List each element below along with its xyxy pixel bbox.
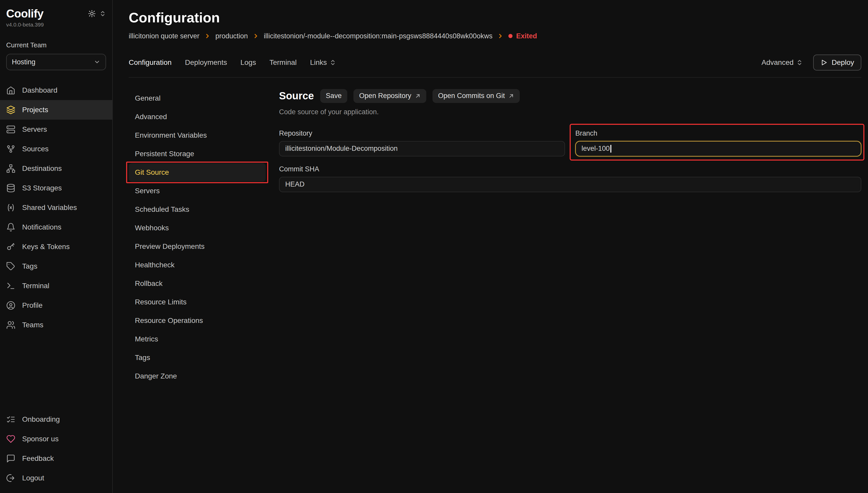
chevron-down-icon bbox=[94, 59, 100, 65]
tab-logs[interactable]: Logs bbox=[240, 59, 256, 67]
page-title: Configuration bbox=[129, 9, 861, 26]
form-fields: Repository Branch level-100 Commit SHA bbox=[279, 129, 861, 192]
subnav-item-preview-deployments[interactable]: Preview Deployments bbox=[129, 237, 266, 256]
branch-input-value: level-100 bbox=[581, 145, 610, 153]
chevron-right-icon bbox=[204, 33, 211, 39]
sidebar-item-teams[interactable]: Teams bbox=[0, 315, 112, 335]
subnav-item-general[interactable]: General bbox=[129, 89, 266, 108]
bell-icon bbox=[6, 222, 16, 232]
sidebar-item-logout[interactable]: Logout bbox=[0, 468, 112, 488]
sidebar-item-label: Tags bbox=[22, 262, 37, 271]
subnav-item-environment-variables[interactable]: Environment Variables bbox=[129, 126, 266, 145]
subnav-item-webhooks[interactable]: Webhooks bbox=[129, 219, 266, 237]
branch-label: Branch bbox=[575, 129, 861, 137]
chevrons-up-down-icon[interactable] bbox=[99, 10, 106, 17]
sidebar-item-shared-variables[interactable]: Shared Variables bbox=[0, 198, 112, 217]
section-title: Source bbox=[279, 90, 314, 102]
key-icon bbox=[6, 242, 16, 251]
tab-links[interactable]: Links bbox=[310, 59, 336, 67]
chevrons-up-down-icon bbox=[796, 59, 803, 66]
heart-icon bbox=[6, 434, 16, 444]
status-badge: Exited bbox=[508, 32, 537, 40]
sidebar-item-label: Teams bbox=[22, 321, 43, 329]
sidebar-item-label: S3 Storages bbox=[22, 184, 62, 192]
branch-input[interactable]: level-100 bbox=[575, 141, 861, 156]
sidebar-item-keys-tokens[interactable]: Keys & Tokens bbox=[0, 237, 112, 257]
sidebar-item-tags[interactable]: Tags bbox=[0, 257, 112, 276]
sidebar-item-terminal[interactable]: Terminal bbox=[0, 276, 112, 296]
breadcrumb-environment[interactable]: production bbox=[215, 32, 248, 40]
status-text: Exited bbox=[516, 32, 537, 40]
tabs-row: Configuration Deployments Logs Terminal … bbox=[129, 55, 861, 78]
tab-deployments[interactable]: Deployments bbox=[185, 59, 227, 67]
subnav-item-tags[interactable]: Tags bbox=[129, 348, 266, 367]
tab-configuration[interactable]: Configuration bbox=[129, 59, 172, 67]
subnav-item-resource-limits[interactable]: Resource Limits bbox=[129, 293, 266, 311]
sidebar-item-label: Destinations bbox=[22, 165, 62, 173]
sidebar-item-label: Terminal bbox=[22, 282, 49, 290]
sidebar-item-profile[interactable]: Profile bbox=[0, 296, 112, 315]
subnav-item-git-source[interactable]: Git Source bbox=[129, 163, 266, 182]
sidebar-item-projects[interactable]: Projects bbox=[0, 100, 112, 120]
sidebar-item-sponsor[interactable]: Sponsor us bbox=[0, 429, 112, 449]
subnav-item-advanced[interactable]: Advanced bbox=[129, 108, 266, 126]
sidebar-item-label: Dashboard bbox=[22, 86, 57, 94]
breadcrumb: illicitonion quote server production ill… bbox=[129, 32, 861, 40]
sidebar-item-label: Sources bbox=[22, 145, 49, 153]
sidebar-item-label: Feedback bbox=[22, 454, 54, 463]
subnav-item-scheduled-tasks[interactable]: Scheduled Tasks bbox=[129, 200, 266, 219]
sidebar-item-destinations[interactable]: Destinations bbox=[0, 159, 112, 178]
sidebar-item-sources[interactable]: Sources bbox=[0, 139, 112, 159]
message-square-icon bbox=[6, 454, 16, 463]
sidebar-item-label: Onboarding bbox=[22, 415, 60, 424]
play-icon bbox=[820, 59, 828, 66]
open-commits-button[interactable]: Open Commits on Git bbox=[432, 89, 520, 103]
sidebar-item-label: Logout bbox=[22, 474, 44, 482]
subnav-item-persistent-storage[interactable]: Persistent Storage bbox=[129, 145, 266, 163]
arrow-up-right-icon bbox=[415, 93, 421, 99]
tabs-actions: Advanced Deploy bbox=[761, 55, 861, 70]
commit-sha-field: Commit SHA bbox=[279, 165, 861, 192]
users-icon bbox=[6, 320, 16, 329]
logo-row: Coolify bbox=[6, 7, 106, 20]
subnav-item-servers[interactable]: Servers bbox=[129, 182, 266, 200]
advanced-dropdown[interactable]: Advanced bbox=[761, 59, 803, 67]
sidebar-footer-nav: Onboarding Sponsor us Feedback Logout bbox=[6, 410, 106, 488]
sidebar-item-dashboard[interactable]: Dashboard bbox=[0, 81, 112, 100]
breadcrumb-project[interactable]: illicitonion quote server bbox=[129, 32, 199, 40]
sidebar-item-onboarding[interactable]: Onboarding bbox=[0, 410, 112, 429]
sidebar-item-notifications[interactable]: Notifications bbox=[0, 217, 112, 237]
deploy-button[interactable]: Deploy bbox=[813, 55, 861, 70]
sidebar-item-label: Profile bbox=[22, 301, 42, 309]
user-circle-icon bbox=[6, 301, 16, 310]
repository-label: Repository bbox=[279, 129, 565, 137]
server-icon bbox=[6, 125, 16, 134]
subnav-item-healthcheck[interactable]: Healthcheck bbox=[129, 256, 266, 274]
arrow-up-right-icon bbox=[508, 93, 514, 99]
tab-terminal[interactable]: Terminal bbox=[270, 59, 297, 67]
subnav-item-danger-zone[interactable]: Danger Zone bbox=[129, 367, 266, 385]
sidebar-item-s3-storages[interactable]: S3 Storages bbox=[0, 178, 112, 198]
sidebar-item-label: Shared Variables bbox=[22, 203, 77, 212]
subnav-item-metrics[interactable]: Metrics bbox=[129, 330, 266, 348]
text-cursor bbox=[610, 145, 611, 153]
subnav-item-rollback[interactable]: Rollback bbox=[129, 274, 266, 293]
subnav-item-resource-operations[interactable]: Resource Operations bbox=[129, 311, 266, 330]
commit-sha-input[interactable] bbox=[279, 177, 861, 192]
breadcrumb-application[interactable]: illicitestonion/-module--decomposition:m… bbox=[264, 32, 492, 40]
team-select[interactable]: Hosting bbox=[6, 54, 106, 70]
theme-sun-icon[interactable] bbox=[88, 10, 96, 18]
tabs: Configuration Deployments Logs Terminal … bbox=[129, 59, 336, 67]
logout-icon bbox=[6, 473, 16, 483]
terminal-icon bbox=[6, 281, 16, 291]
repository-input[interactable] bbox=[279, 141, 565, 156]
chevron-right-icon bbox=[497, 33, 504, 39]
sidebar-item-feedback[interactable]: Feedback bbox=[0, 449, 112, 468]
team-select-value: Hosting bbox=[12, 58, 36, 66]
open-repository-button[interactable]: Open Repository bbox=[354, 89, 426, 103]
commit-sha-label: Commit SHA bbox=[279, 165, 861, 173]
sidebar-item-servers[interactable]: Servers bbox=[0, 120, 112, 139]
save-button[interactable]: Save bbox=[320, 89, 347, 103]
sidebar-nav: Dashboard Projects Servers Sources Desti… bbox=[6, 81, 106, 335]
sidebar: Coolify v4.0.0-beta.399 Current Team Hos… bbox=[0, 0, 113, 493]
